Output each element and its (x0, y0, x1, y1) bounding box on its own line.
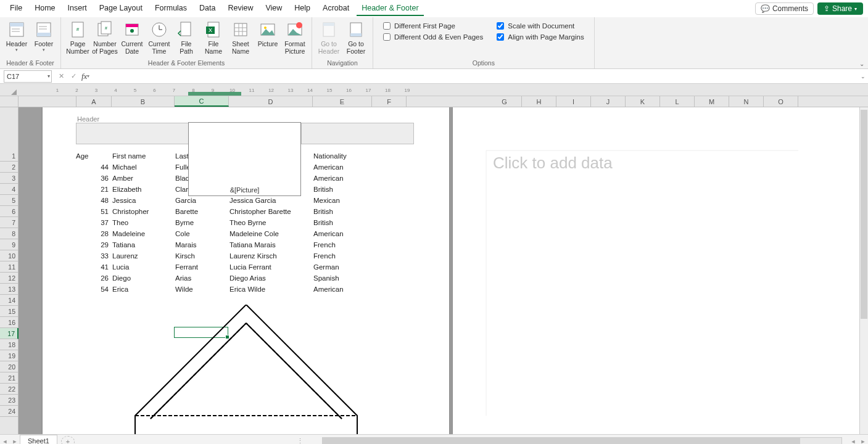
cell[interactable]: British (312, 186, 371, 193)
goto-footer-button[interactable]: Go to Footer (343, 18, 369, 58)
page-2[interactable]: Click to add data (453, 107, 859, 434)
format-picture-button[interactable]: Format Picture (282, 18, 308, 58)
cell[interactable]: Marais (174, 241, 228, 249)
column-header-M[interactable]: M (695, 96, 729, 107)
row-header-18[interactable]: 18 (0, 339, 18, 350)
cell[interactable]: 48 (76, 197, 111, 204)
row-header-5[interactable]: 5 (0, 195, 18, 206)
fx-icon[interactable]: fx (81, 72, 87, 81)
menu-tab-help[interactable]: Help (289, 1, 315, 16)
cell[interactable]: Wilde (174, 286, 228, 293)
sheet-tab-sheet1[interactable]: Sheet1 (20, 435, 57, 444)
cell[interactable]: 29 (76, 241, 111, 249)
cell[interactable]: 26 (76, 274, 111, 282)
formula-input[interactable] (89, 70, 858, 83)
scroll-right-button[interactable]: ► (858, 438, 868, 445)
menu-tab-header-footer[interactable]: Header & Footer (357, 1, 423, 16)
cell[interactable]: Theo (111, 219, 174, 226)
table-header-cell[interactable]: Nationality (312, 152, 371, 160)
cell[interactable]: Kirsch (174, 252, 228, 260)
add-sheet-button[interactable]: + (61, 436, 75, 445)
picture-button[interactable]: Picture (255, 18, 281, 58)
header-button[interactable]: Header ▾ (4, 18, 30, 58)
cell[interactable]: 36 (76, 175, 111, 182)
cell[interactable]: Jessica Garcia (228, 197, 312, 204)
formula-expand-button[interactable]: ⌄ (858, 73, 868, 80)
cell[interactable]: Tatiana (111, 241, 174, 249)
different-odd-even-checkbox[interactable]: Different Odd & Even Pages (383, 33, 483, 41)
table-header-cell[interactable]: First name (111, 152, 174, 160)
row-header-17[interactable]: 17 (0, 328, 19, 339)
menu-tab-review[interactable]: Review (223, 1, 258, 16)
cell[interactable]: American (312, 175, 371, 182)
cell[interactable]: Ferrant (174, 263, 228, 271)
row-header-3[interactable]: 3 (0, 173, 18, 184)
cell[interactable]: Barette (174, 208, 228, 215)
row-header-23[interactable]: 23 (0, 395, 18, 406)
cell[interactable]: Erica (111, 286, 174, 293)
row-header-1[interactable]: 1 (0, 150, 18, 162)
cell[interactable]: French (312, 252, 371, 260)
current-date-button[interactable]: Current Date (119, 18, 145, 58)
cell[interactable]: British (312, 219, 371, 226)
row-header-24[interactable]: 24 (0, 406, 18, 417)
menu-tab-data[interactable]: Data (194, 1, 220, 16)
cell[interactable]: 37 (76, 219, 111, 226)
cell[interactable]: Amber (111, 175, 174, 182)
align-with-margins-checkbox[interactable]: Align with Page Margins (497, 33, 584, 41)
cell[interactable]: 28 (76, 230, 111, 237)
name-box[interactable]: C17 ▾ (4, 70, 52, 83)
cell[interactable]: American (312, 286, 371, 293)
file-name-button[interactable]: XFile Name (200, 18, 226, 58)
row-header-14[interactable]: 14 (0, 295, 18, 306)
row-header-8[interactable]: 8 (0, 228, 18, 239)
column-header-D[interactable]: D (229, 96, 313, 107)
row-header-22[interactable]: 22 (0, 384, 18, 395)
scale-with-document-checkbox[interactable]: Scale with Document (497, 22, 584, 30)
cell[interactable]: Jessica (111, 197, 174, 204)
horizontal-scrollbar[interactable] (322, 437, 842, 445)
cell[interactable]: Michael (111, 163, 174, 171)
cell[interactable]: Laurenz (111, 252, 174, 260)
row-header-20[interactable]: 20 (0, 361, 18, 372)
row-header-16[interactable]: 16 (0, 317, 18, 328)
page-number-button[interactable]: #Page Number (65, 18, 91, 58)
menu-tab-home[interactable]: Home (30, 1, 60, 16)
column-header-J[interactable]: J (591, 96, 626, 107)
row-header-11[interactable]: 11 (0, 261, 18, 273)
cell[interactable]: 44 (76, 163, 111, 171)
cell[interactable]: 33 (76, 252, 111, 260)
file-path-button[interactable]: File Path (173, 18, 199, 58)
row-header-4[interactable]: 4 (0, 184, 18, 195)
cell[interactable]: Madeleine Cole (228, 230, 312, 237)
accept-formula-button[interactable]: ✓ (68, 71, 79, 82)
row-header-12[interactable]: 12 (0, 273, 18, 284)
header-left-cell[interactable] (76, 123, 189, 144)
cell[interactable]: Theo Byrne (228, 219, 312, 226)
cell[interactable]: 51 (76, 208, 111, 215)
column-header-A[interactable]: A (76, 96, 112, 107)
menu-tab-file[interactable]: File (5, 1, 27, 16)
cell[interactable]: Spanish (312, 274, 371, 282)
cell[interactable]: Madeleine (111, 230, 174, 237)
vertical-scrollbar[interactable] (859, 107, 868, 434)
cell[interactable]: Elizabeth (111, 186, 174, 193)
menu-tab-page-layout[interactable]: Page Layout (94, 1, 147, 16)
cell[interactable]: 21 (76, 186, 111, 193)
row-header-6[interactable]: 6 (0, 206, 18, 217)
cell[interactable]: Byrne (174, 219, 228, 226)
cell[interactable]: Arias (174, 274, 228, 282)
column-header-I[interactable]: I (556, 96, 591, 107)
scroll-left-button[interactable]: ◄ (848, 438, 858, 445)
cell[interactable]: Christopher Barette (228, 208, 312, 215)
prev-sheet-button[interactable]: ◄ (0, 438, 10, 445)
cell[interactable]: Christopher (111, 208, 174, 215)
menu-tab-formulas[interactable]: Formulas (150, 1, 192, 16)
house-shape[interactable] (104, 305, 388, 434)
select-all-triangle[interactable] (0, 84, 19, 96)
cell[interactable]: American (312, 230, 371, 237)
row-header-21[interactable]: 21 (0, 372, 18, 384)
column-header-G[interactable]: G (487, 96, 522, 107)
cell[interactable]: Diego Arias (228, 274, 312, 282)
cell[interactable]: Mexican (312, 197, 371, 204)
